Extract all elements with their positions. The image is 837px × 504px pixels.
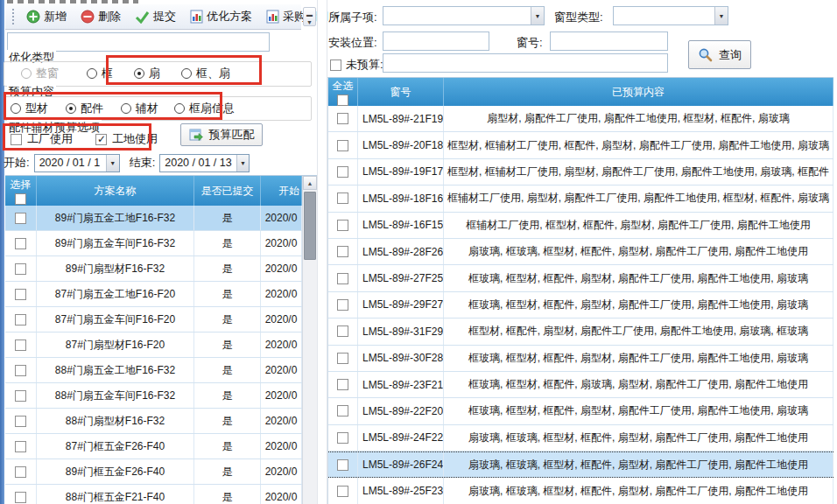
win-type-combo[interactable]: ▼: [613, 6, 728, 25]
plan-select-all-checkbox[interactable]: [15, 193, 26, 205]
window-table-row[interactable]: LM5L-89#-31F29框型材, 框配件, 扇型材, 扇配件工厂使用, 扇配…: [328, 318, 833, 345]
plan-table-row[interactable]: 89#门扇五金车间F16-F32是2020/0: [5, 231, 302, 256]
plan-header-submitted[interactable]: 是否已提交: [194, 176, 261, 206]
window-row-checkbox-cell: [328, 106, 358, 131]
window-row-checkbox[interactable]: [337, 166, 348, 178]
window-table-row[interactable]: LM5L-89#-23F21框玻璃, 框型材, 框配件, 扇玻璃, 扇型材, 扇…: [328, 372, 833, 398]
win-no-input[interactable]: [550, 32, 668, 51]
window-number-cell: LM5L-89#-31F29: [358, 318, 444, 344]
window-row-checkbox[interactable]: [337, 246, 348, 257]
window-table-row[interactable]: LM5L-89#-18F16框辅材工厂使用, 扇型材, 扇配件工厂使用, 扇配件…: [328, 186, 833, 212]
plan-name-cell: 89#门扇五金工地F16-F32: [37, 206, 194, 230]
radio-whole-window[interactable]: [21, 68, 32, 79]
scrollbar-thumb[interactable]: [304, 192, 316, 260]
sub-item-dropdown-icon[interactable]: ▼: [531, 7, 544, 24]
unbudgeted-checkbox[interactable]: [330, 60, 341, 71]
start-date-picker[interactable]: 2020 / 01 / 1 ▼: [34, 154, 120, 172]
plan-table-row[interactable]: 88#门扇五金工地F16-F32是2020/0: [5, 358, 302, 383]
panel-splitter[interactable]: [317, 0, 327, 504]
window-row-checkbox[interactable]: [337, 273, 348, 284]
window-row-checkbox[interactable]: [337, 486, 348, 497]
plan-row-checkbox[interactable]: [15, 289, 26, 300]
plan-row-checkbox[interactable]: [15, 441, 26, 452]
plan-row-checkbox[interactable]: [15, 238, 26, 249]
delete-button[interactable]: 删除: [75, 6, 126, 27]
window-row-checkbox[interactable]: [337, 405, 348, 416]
plan-table-row[interactable]: 87#门扇五金工地F16-F20是2020/0: [5, 282, 302, 307]
window-table-header: 全选 窗号 已预算内容: [328, 78, 833, 106]
window-table-row[interactable]: LM5L-89#-20F18框型材, 框辅材工厂使用, 框配件, 扇型材, 扇配…: [328, 132, 833, 158]
window-row-checkbox[interactable]: [337, 379, 348, 390]
remove-icon: [81, 10, 95, 24]
plan-table-row[interactable]: 89#门扇五金工地F16-F32是2020/0: [5, 206, 302, 231]
window-table-row[interactable]: LM5L-89#-25F23扇玻璃, 框玻璃, 框型材, 框配件, 扇型材, 扇…: [328, 478, 833, 504]
sub-item-combo[interactable]: ▼: [383, 6, 545, 25]
window-table-row[interactable]: LM5L-89#-28F26扇玻璃, 框玻璃, 框型材, 框配件, 扇型材, 扇…: [328, 239, 833, 265]
plan-table-row[interactable]: 88#门框五金F21-F40是2020/0: [5, 485, 302, 504]
window-row-checkbox[interactable]: [337, 220, 348, 231]
window-row-checkbox[interactable]: [337, 459, 348, 471]
window-table-row[interactable]: LM5L-89#-26F24扇玻璃, 框玻璃, 框型材, 框配件, 扇型材, 扇…: [328, 452, 833, 478]
plan-row-checkbox[interactable]: [15, 213, 26, 224]
end-date-dropdown-icon[interactable]: ▼: [236, 155, 250, 172]
plan-submitted-cell: 是: [194, 231, 261, 256]
window-row-checkbox[interactable]: [337, 192, 348, 204]
query-button[interactable]: 查询: [688, 40, 751, 69]
window-table-row[interactable]: LM5L-89#-30F28框玻璃, 框型材, 框配件, 扇型材, 扇配件工厂使…: [328, 346, 833, 372]
window-table-row[interactable]: LM5L-89#-16F15框辅材工厂使用, 框型材, 框配件, 扇型材, 扇配…: [328, 213, 833, 239]
scroll-up-icon[interactable]: ▲: [303, 176, 317, 190]
plan-row-checkbox[interactable]: [15, 314, 26, 326]
window-row-checkbox[interactable]: [337, 353, 348, 364]
window-row-checkbox[interactable]: [337, 299, 348, 311]
add-button[interactable]: 新增: [21, 6, 72, 27]
window-table-row[interactable]: LM5L-89#-19F17框型材, 框辅材工厂使用, 扇型材, 扇配件工厂使用…: [328, 159, 833, 186]
optimize-plan-button[interactable]: 优化方案: [185, 6, 257, 27]
unbudgeted-input[interactable]: [383, 53, 668, 73]
plan-table-row[interactable]: 89#门框五金F26-F40是2020/0: [5, 459, 302, 485]
plan-row-checkbox[interactable]: [15, 466, 26, 478]
plan-table-scrollbar[interactable]: ▲: [302, 176, 317, 504]
plan-row-checkbox[interactable]: [15, 365, 26, 376]
win-type-dropdown-icon[interactable]: ▼: [714, 7, 728, 24]
install-pos-input[interactable]: [383, 32, 489, 51]
plan-table-row[interactable]: 89#门扇型材F16-F32是2020/0: [5, 256, 302, 282]
window-row-checkbox[interactable]: [337, 113, 348, 124]
plan-row-checkbox[interactable]: [15, 492, 26, 503]
plan-row-checkbox[interactable]: [15, 416, 26, 427]
plan-table-row[interactable]: 88#门扇型材F16-F32是2020/0: [5, 409, 302, 434]
window-row-checkbox[interactable]: [337, 326, 348, 337]
window-number-cell: LM5L-89#-19F17: [358, 159, 444, 185]
plan-row-checkbox[interactable]: [15, 340, 26, 351]
win-no-label: 窗号:: [517, 35, 543, 51]
plan-row-checkbox-cell: [5, 206, 37, 230]
toolbar-grip[interactable]: [12, 9, 14, 24]
plan-row-checkbox[interactable]: [15, 390, 26, 402]
window-select-all-checkbox[interactable]: [337, 94, 348, 106]
plan-search-input[interactable]: [7, 32, 270, 52]
window-table-row[interactable]: LM5L-89#-24F22扇玻璃, 框玻璃, 框型材, 框配件, 扇型材, 扇…: [328, 425, 833, 452]
plan-row-checkbox-cell: [5, 358, 37, 382]
window-table-row[interactable]: LM5L-89#-22F20框玻璃, 框型材, 框配件, 扇型材, 扇配件工厂使…: [328, 398, 833, 424]
plan-table-row[interactable]: 88#门扇五金车间F16-F32是2020/0: [5, 383, 302, 409]
end-date-picker[interactable]: 2020 / 01 / 13 ▼: [159, 154, 250, 172]
window-content-cell: 扇型材, 扇配件工厂使用, 扇配件工地使用, 框型材, 框配件, 扇玻璃: [444, 106, 833, 131]
window-row-checkbox[interactable]: [337, 432, 348, 444]
window-table-row[interactable]: LM5L-89#-29F27框玻璃, 框型材, 框配件, 扇型材, 扇配件工厂使…: [328, 292, 833, 318]
plan-header-start[interactable]: 开始: [261, 176, 302, 206]
plan-table-row[interactable]: 87#门框五金F26-F40是2020/0: [5, 434, 302, 459]
plan-header-name[interactable]: 方案名称: [37, 176, 194, 206]
window-table-row[interactable]: LM5L-89#-27F25框玻璃, 框型材, 框配件, 扇型材, 扇配件工厂使…: [328, 265, 833, 291]
window-row-checkbox[interactable]: [337, 140, 348, 151]
plan-row-checkbox[interactable]: [15, 263, 26, 275]
radio-frame[interactable]: [87, 68, 97, 79]
window-header-number[interactable]: 窗号: [358, 78, 444, 106]
submit-button[interactable]: 提交: [130, 6, 181, 27]
end-date-label: 结束:: [130, 155, 156, 171]
window-header-content[interactable]: 已预算内容: [444, 78, 833, 106]
plan-table-row[interactable]: 87#门扇五金车间F16-F20是2020/0: [5, 307, 302, 332]
budget-match-button[interactable]: 预算匹配: [180, 123, 263, 146]
window-table-row[interactable]: LM5L-89#-21F19扇型材, 扇配件工厂使用, 扇配件工地使用, 框型材…: [328, 106, 833, 132]
plan-table-row[interactable]: 87#门扇型材F16-F20是2020/0: [5, 332, 302, 358]
start-date-dropdown-icon[interactable]: ▼: [106, 155, 119, 172]
toolbar-overflow-button[interactable]: ▬▼: [303, 7, 316, 26]
